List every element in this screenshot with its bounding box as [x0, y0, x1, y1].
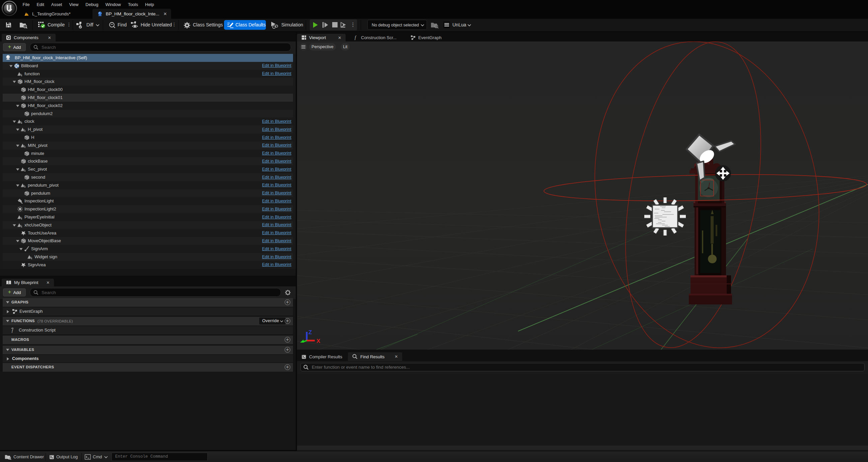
svg-text:f: f: [12, 328, 14, 333]
svg-text:X: X: [316, 338, 320, 344]
svg-text:f: f: [354, 35, 356, 40]
svg-text:Z: Z: [308, 329, 312, 335]
